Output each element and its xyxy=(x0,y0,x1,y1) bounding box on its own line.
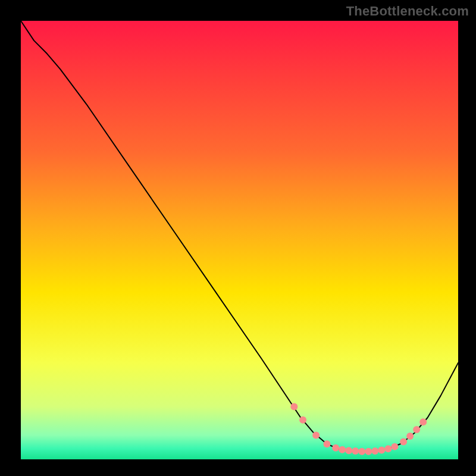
bottleneck-chart xyxy=(0,0,476,476)
curve-marker xyxy=(339,446,346,453)
curve-marker xyxy=(332,444,339,452)
curve-marker xyxy=(312,431,320,439)
curve-marker xyxy=(290,403,298,411)
curve-marker xyxy=(391,443,398,450)
curve-marker xyxy=(371,447,378,455)
curve-marker xyxy=(345,447,352,454)
curve-marker xyxy=(378,447,385,454)
curve-marker xyxy=(299,416,306,424)
chart-root: TheBottleneck.com xyxy=(0,0,476,476)
curve-marker xyxy=(413,426,420,433)
curve-marker xyxy=(365,448,372,455)
curve-marker xyxy=(358,448,365,455)
curve-marker xyxy=(324,440,331,447)
curve-marker xyxy=(400,439,407,446)
plot-background xyxy=(21,21,458,459)
curve-marker xyxy=(419,418,427,425)
watermark-text: TheBottleneck.com xyxy=(346,4,469,19)
curve-marker xyxy=(384,445,392,452)
curve-marker xyxy=(352,447,359,455)
curve-marker xyxy=(406,433,414,440)
